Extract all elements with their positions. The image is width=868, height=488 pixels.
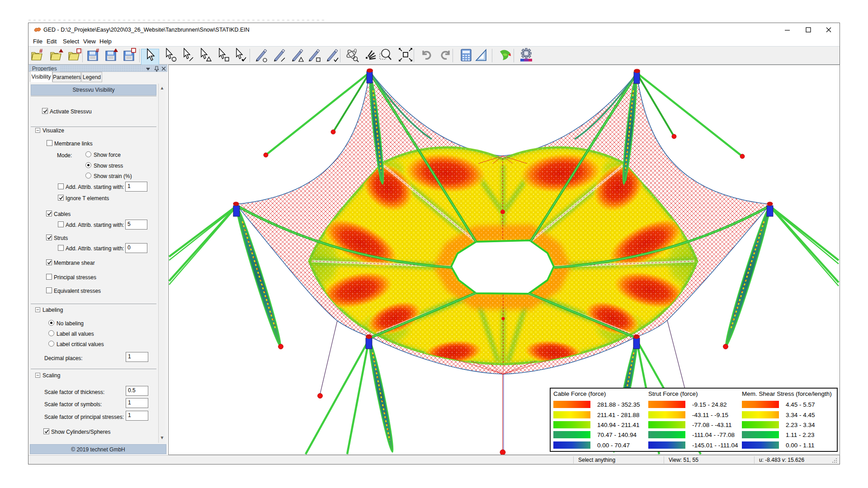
svg-text:#: # bbox=[39, 48, 43, 54]
svg-text:#: # bbox=[96, 48, 99, 54]
